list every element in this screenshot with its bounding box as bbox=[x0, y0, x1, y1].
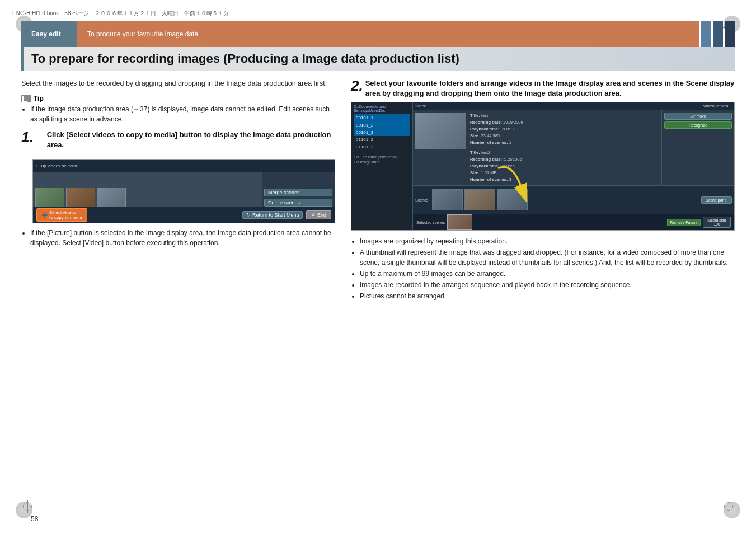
strip-blue bbox=[701, 21, 711, 47]
step1-bullet-list: If the [Picture] button is selected in t… bbox=[21, 228, 335, 248]
scr2-label: CB The video production bbox=[354, 155, 410, 159]
content-area: Select the images to be recorded by drag… bbox=[21, 78, 735, 503]
scr2-file-item-5[interactable]: 01101_3 bbox=[354, 143, 410, 151]
return-menu-btn[interactable]: ↻ Return to Start Menu bbox=[242, 211, 303, 219]
tip-content: If the Image data production area (→37) … bbox=[21, 104, 335, 124]
scr2-path: C:\Documents and Settings\UsersDo... bbox=[354, 105, 410, 113]
end-icon: ✕ bbox=[311, 212, 316, 218]
scr2-media-label: Media size 198 bbox=[703, 217, 731, 228]
scr2-info-label: Video inform... bbox=[703, 104, 732, 109]
drag-arrow bbox=[490, 157, 534, 204]
header-left-label: Easy edit bbox=[31, 30, 61, 38]
scr1-toolbar: □ Tip videos selector bbox=[33, 160, 335, 172]
header-right-label: To produce your favourite image data bbox=[87, 30, 198, 38]
tip-icon bbox=[21, 95, 31, 102]
info-size1: Size: 23:44.985 bbox=[470, 133, 659, 139]
delete-scenes-label: Delete scenes bbox=[268, 200, 300, 205]
scr2-file-item-2[interactable]: 00101_2 bbox=[354, 121, 410, 129]
step1-header: 1. Click [Select videos to copy to media… bbox=[21, 130, 335, 154]
scr1-thumb3 bbox=[97, 188, 126, 208]
scr2-scene-btn[interactable]: Scene panel bbox=[701, 196, 732, 204]
page-number: 58 bbox=[31, 515, 38, 523]
scr2-video-thumb bbox=[415, 113, 466, 149]
step1-title: Click [Select videos to copy to media] b… bbox=[47, 130, 335, 150]
delete-scenes-btn[interactable]: Delete scenes bbox=[264, 199, 332, 207]
meta-bar: ENG-HIHI1.0.book 58 ページ ２００６年１１月２１日 火曜日 … bbox=[6, 6, 750, 21]
info-title2: Title: test2 bbox=[470, 149, 659, 156]
step1-number: 1. bbox=[21, 130, 34, 144]
end-label: End bbox=[317, 212, 326, 218]
meta-text: ENG-HIHI1.0.book 58 ページ ２００６年１１月２１日 火曜日 … bbox=[12, 10, 229, 17]
step2-bullet-1: Images are organized by repeating this o… bbox=[360, 236, 735, 246]
select-videos-label: Select videosto copy to media bbox=[49, 210, 82, 220]
header-tab-left: Easy edit bbox=[21, 21, 77, 47]
info-playback1: Playback time: 0:00:12 bbox=[470, 126, 659, 133]
tip-heading: Tip bbox=[34, 95, 44, 102]
step2-title: Select your favourite folders and arrang… bbox=[365, 78, 735, 99]
intro-text: Select the images to be recorded by drag… bbox=[21, 78, 335, 89]
step1-screenshot: □ Tip videos selector Merge scenes Delet… bbox=[32, 159, 335, 223]
scr1-thumb2 bbox=[66, 188, 95, 208]
scr2-toolbar: Video Video inform... bbox=[413, 102, 734, 110]
end-btn[interactable]: ✕ End bbox=[306, 210, 331, 219]
select-videos-icon: ➕ bbox=[41, 212, 48, 218]
step1-bullet-1: If the [Picture] button is selected in t… bbox=[30, 228, 335, 248]
strip-darkblue bbox=[713, 21, 723, 47]
header-tab-right: To produce your favourite image data bbox=[77, 21, 699, 47]
left-column: Select the images to be recorded by drag… bbox=[21, 78, 335, 503]
scr2-btn-2[interactable]: Recognize bbox=[664, 121, 732, 129]
step2-bullet-3: Up to a maximum of 99 images can be arra… bbox=[360, 269, 735, 279]
header-strip-right bbox=[701, 21, 735, 47]
scr2-remove-btn[interactable]: Remove Favorit bbox=[667, 219, 701, 226]
drag-arrow-svg bbox=[490, 157, 534, 202]
step2-bullet-5: Pictures cannot be arranged. bbox=[360, 291, 735, 301]
merge-scenes-btn[interactable]: Merge scenes bbox=[264, 189, 332, 196]
step2-bullet-4: Images are recorded in the arranged sequ… bbox=[360, 280, 735, 290]
scr2-video-label: Video bbox=[415, 104, 426, 109]
return-menu-label: Return to Start Menu bbox=[252, 212, 299, 218]
scr2-file-item-4[interactable]: 01101_2 bbox=[354, 136, 410, 143]
scr2-file-list: C:\Documents and Settings\UsersDo... 001… bbox=[351, 102, 413, 230]
right-column: 2. Select your favourite folders and arr… bbox=[351, 78, 735, 503]
step2-bullet-list: Images are organized by repeating this o… bbox=[351, 236, 735, 301]
header-section: Easy edit To produce your favourite imag… bbox=[21, 21, 735, 47]
scr2-main-panel: Video Video inform... Title: test Record… bbox=[413, 102, 734, 230]
step2-screenshot: C:\Documents and Settings\UsersDo... 001… bbox=[351, 102, 735, 231]
scr2-scenes-section: Scenes Scene panel bbox=[413, 185, 734, 214]
info-recdate1: Recording date: 2019/2006 bbox=[470, 119, 659, 126]
scr1-toolbar-text: □ Tip videos selector bbox=[36, 163, 331, 168]
scr2-selected-label: Selected scenes bbox=[416, 221, 445, 224]
step2-bullet-2: A thumbnail will represent the image tha… bbox=[360, 247, 735, 268]
scr2-bottom-selected: Selected scenes Remove Favorit Media siz… bbox=[413, 214, 734, 230]
scr2-image-label: CB image data bbox=[354, 160, 410, 164]
tip-label: Tip bbox=[21, 95, 335, 102]
select-videos-btn[interactable]: ➕ Select videosto copy to media bbox=[36, 208, 87, 222]
merge-scenes-label: Merge scenes bbox=[268, 190, 300, 195]
scr2-right-side: SP move Recognize bbox=[661, 110, 734, 185]
title-section: To prepare for recording images (Produci… bbox=[21, 47, 735, 71]
step2-header: 2. Select your favourite folders and arr… bbox=[351, 78, 735, 99]
scr2-scenes-label: Scenes bbox=[415, 198, 428, 202]
strip-darkest bbox=[725, 21, 735, 47]
step2-number: 2. bbox=[351, 78, 363, 93]
info-title1: Title: test bbox=[470, 113, 659, 119]
scr2-file-item-1[interactable]: 00101_1 bbox=[354, 114, 410, 121]
page-title: To prepare for recording images (Produci… bbox=[31, 51, 727, 66]
scr2-video-area: Title: test Recording date: 2019/2006 Pl… bbox=[413, 110, 734, 185]
scr2-selected-thumb bbox=[447, 214, 472, 230]
scr2-main: C:\Documents and Settings\UsersDo... 001… bbox=[351, 102, 734, 230]
scr1-bottom-bar: ➕ Select videosto copy to media ↻ Return… bbox=[33, 207, 335, 223]
return-menu-icon: ↻ bbox=[246, 212, 251, 218]
info-scenes1: Number of scenes: 1 bbox=[470, 139, 659, 146]
scr2-btn-1[interactable]: SP move bbox=[664, 113, 732, 120]
scr1-thumb1 bbox=[35, 188, 64, 208]
scr2-file-item-3[interactable]: 00101_3 bbox=[354, 129, 410, 136]
tip-box: Tip If the Image data production area (→… bbox=[21, 95, 335, 124]
tip-item: If the Image data production area (→37) … bbox=[30, 104, 335, 124]
scr2-scene-thumb-1 bbox=[432, 189, 463, 210]
